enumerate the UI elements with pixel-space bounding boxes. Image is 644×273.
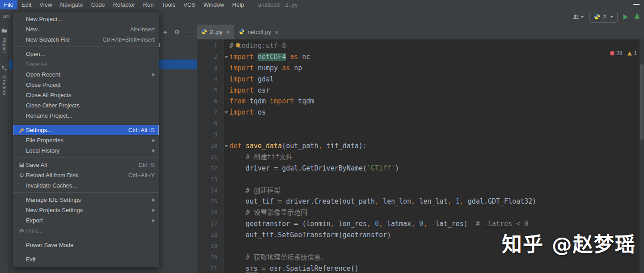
code-line[interactable]: 14 # 创建框架 [197, 185, 639, 196]
menubar-item-window[interactable]: Window [199, 0, 228, 9]
fold-marker-icon[interactable] [224, 107, 229, 118]
menu-item-new-project[interactable]: New Project... [13, 14, 159, 24]
line-number[interactable]: 18 [197, 230, 224, 241]
line-number[interactable]: 12 [197, 163, 224, 174]
menu-item-new-scratch-file[interactable]: New Scratch FileCtrl+Alt+Shift+Insert [13, 34, 159, 45]
menu-item-close-project[interactable]: Close Project [13, 80, 159, 90]
line-number[interactable]: 8 [197, 118, 224, 129]
menu-item-rename-project[interactable]: Rename Project... [13, 111, 159, 121]
code-line[interactable]: 3import numpy as np [197, 63, 639, 74]
collaboration-users-icon[interactable] [572, 13, 584, 21]
structure-tool-icon[interactable] [1, 65, 7, 73]
menubar-item-edit[interactable]: Edit [17, 0, 35, 9]
tab-2-py[interactable]: 2..py× [197, 25, 234, 39]
menu-item-power-save-mode[interactable]: Power Save Mode [13, 240, 159, 250]
line-number[interactable]: 4 [197, 74, 224, 85]
code-line[interactable]: 13 [197, 174, 639, 185]
hide-panel-icon[interactable]: — [187, 29, 193, 36]
run-button[interactable] [623, 14, 628, 20]
fold-column [224, 174, 229, 185]
menu-item-exit[interactable]: Exit [13, 254, 159, 264]
line-number[interactable]: 11 [197, 152, 224, 163]
code-line[interactable]: 6from tqdm import tqdm [197, 96, 639, 107]
project-tool-icon[interactable] [1, 27, 7, 35]
watermark: 知乎 @赵梦瑶 [502, 228, 636, 257]
line-number[interactable]: 15 [197, 196, 224, 207]
code-line[interactable]: 15 out_tif = driver.Create(out_path, len… [197, 196, 639, 207]
line-number[interactable]: 17 [197, 218, 224, 230]
fold-marker-icon[interactable] [224, 51, 229, 63]
code-line[interactable]: 2import netCDF4 as nc [197, 51, 639, 63]
line-number[interactable]: 6 [197, 96, 224, 107]
menu-item-open[interactable]: Open... [13, 49, 159, 59]
run-configuration-select[interactable]: 2. [589, 12, 618, 23]
menu-item-settings[interactable]: Settings...Ctrl+Alt+S [13, 125, 159, 135]
code-line[interactable]: 4import gdal [197, 74, 639, 85]
menubar-item-vcs[interactable]: VCS [179, 0, 199, 9]
line-number[interactable]: 7 [197, 107, 224, 118]
code-line[interactable]: 12 driver = gdal.GetDriverByName('GTiff'… [197, 163, 639, 174]
code-line[interactable]: 1# coding:utf-8 [197, 40, 639, 51]
submenu-arrow-icon [153, 149, 155, 153]
line-number[interactable]: 9 [197, 129, 224, 141]
tab-netcdf-py[interactable]: netcdf.py× [234, 25, 283, 39]
fold-column [224, 196, 229, 207]
run-configuration-label: 2. [603, 14, 608, 21]
sidebar-item-project[interactable]: Project [2, 38, 7, 53]
menubar-item-file[interactable]: File [0, 0, 17, 9]
menu-item-reload-all-from-disk[interactable]: Reload All from DiskCtrl+Alt+Y [13, 170, 159, 180]
code-line[interactable]: 8 [197, 118, 639, 129]
code-line[interactable]: 7import os [197, 107, 639, 118]
menu-item-file-properties[interactable]: File Properties [13, 135, 159, 145]
line-number[interactable]: 19 [197, 241, 224, 252]
bulb-icon[interactable] [236, 43, 240, 47]
menu-item-close-all-projects[interactable]: Close All Projects [13, 90, 159, 100]
line-number[interactable]: 5 [197, 85, 224, 96]
line-number[interactable]: 10 [197, 141, 224, 152]
code-line[interactable]: 9 [197, 129, 639, 141]
menu-item-close-other-projects[interactable]: Close Other Projects [13, 100, 159, 111]
menu-item-invalidate-caches[interactable]: Invalidate Caches... [13, 180, 159, 191]
menubar-item-run[interactable]: Run [139, 0, 158, 9]
code-line[interactable]: 10def save_data(out_path, tif_data): [197, 141, 639, 152]
menu-item-manage-ide-settings[interactable]: Manage IDE Settings [13, 195, 159, 205]
sidebar-item-structure[interactable]: Structure [2, 75, 7, 95]
minimize-icon[interactable] [633, 4, 640, 5]
code-line[interactable]: 16 # 设置影像显示范围 [197, 207, 639, 218]
menu-item-new-projects-settings[interactable]: New Projects Settings [13, 205, 159, 215]
code-line[interactable]: 11 # 创建tif文件 [197, 152, 639, 163]
code-text: srs = osr.SpatialReference() [229, 263, 359, 273]
error-count[interactable]: 28 [610, 50, 622, 56]
line-number[interactable]: 16 [197, 207, 224, 218]
menubar-item-help[interactable]: Help [228, 0, 248, 9]
menubar-item-code[interactable]: Code [87, 0, 109, 9]
menubar-item-view[interactable]: View [35, 0, 56, 9]
menu-item-export[interactable]: Export [13, 215, 159, 226]
locate-file-icon[interactable]: ⌖ [164, 29, 167, 36]
menu-item-local-history[interactable]: Local History [13, 145, 159, 156]
line-number[interactable]: 2 [197, 51, 224, 63]
menu-item-save-all[interactable]: Save AllCtrl+S [13, 160, 159, 170]
line-number[interactable]: 14 [197, 185, 224, 196]
fold-marker-icon[interactable] [224, 141, 229, 152]
gear-icon[interactable]: ⚙ [174, 29, 180, 36]
menubar-item-navigate[interactable]: Navigate [56, 0, 87, 9]
inspections-widget[interactable]: 28 1 [610, 50, 637, 56]
line-number[interactable]: 1 [197, 40, 224, 51]
code-line[interactable]: 5import osr [197, 85, 639, 96]
line-number[interactable]: 20 [197, 252, 224, 263]
scrollbar-thumb[interactable] [640, 64, 644, 140]
menubar-item-tools[interactable]: Tools [158, 0, 179, 9]
tab-close-icon[interactable]: × [226, 29, 229, 36]
line-number[interactable]: 3 [197, 63, 224, 74]
debug-icon[interactable] [634, 13, 640, 21]
editor-scrollbar[interactable] [640, 39, 644, 273]
warning-count[interactable]: 1 [627, 50, 637, 56]
line-number[interactable]: 13 [197, 174, 224, 185]
tab-close-icon[interactable]: × [275, 29, 278, 36]
menu-item-open-recent[interactable]: Open Recent [13, 69, 159, 80]
menu-item-new[interactable]: New...Alt+Insert [13, 24, 159, 34]
menubar-item-refactor[interactable]: Refactor [109, 0, 139, 9]
line-number[interactable]: 21 [197, 263, 224, 273]
code-line[interactable]: 21 srs = osr.SpatialReference() [197, 263, 639, 273]
